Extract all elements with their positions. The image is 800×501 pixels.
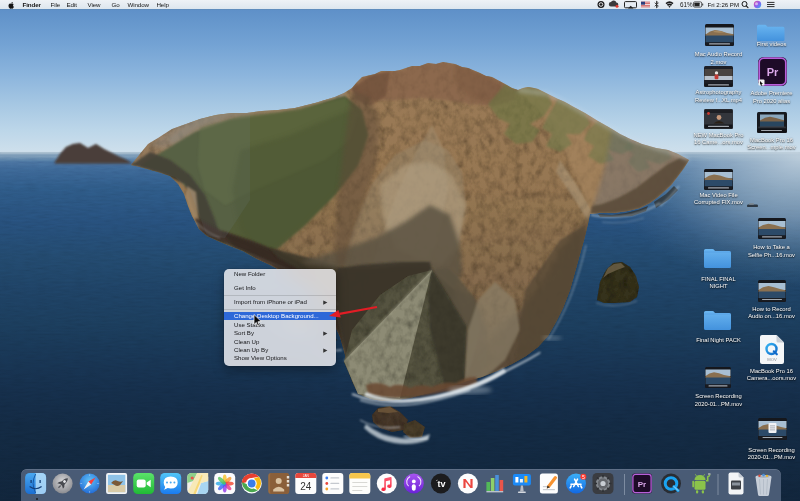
svg-text:JAN: JAN xyxy=(303,474,310,478)
svg-text:Pr: Pr xyxy=(638,480,646,489)
svg-text:tv: tv xyxy=(438,479,446,489)
svg-text:MOV: MOV xyxy=(767,357,777,362)
svg-text:5: 5 xyxy=(582,474,585,480)
svg-text:Pr: Pr xyxy=(767,66,779,78)
svg-text:24: 24 xyxy=(300,481,312,492)
